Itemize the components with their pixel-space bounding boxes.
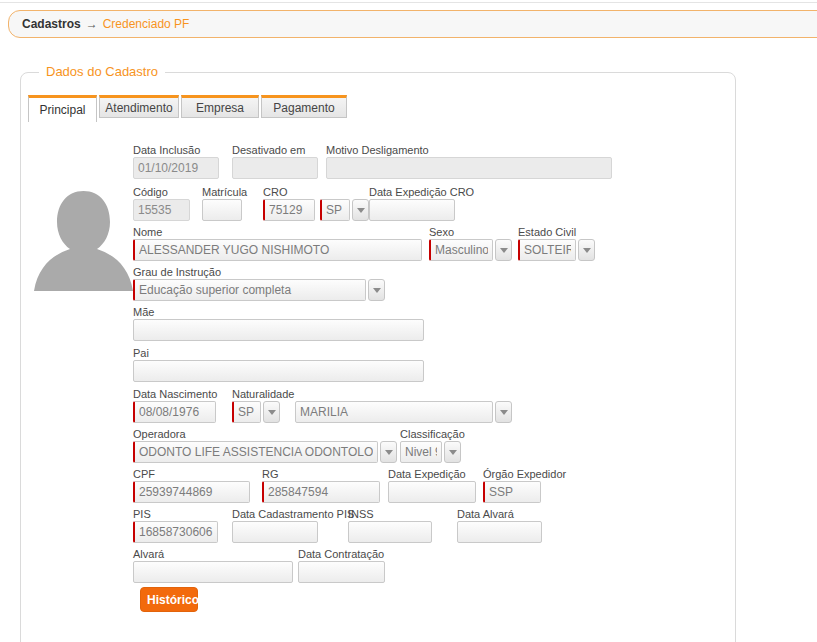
operadora-input[interactable] xyxy=(133,441,378,463)
nome-label: Nome xyxy=(133,226,422,239)
naturalidade-uf-dropdown-button[interactable] xyxy=(263,401,280,423)
panel-legend: Dados do Cadastro xyxy=(39,64,165,79)
motivo-desligamento-label: Motivo Desligamento xyxy=(326,144,612,157)
estado-civil-dropdown-button[interactable] xyxy=(578,239,595,261)
pai-label: Pai xyxy=(133,347,424,360)
data-expedicao-input[interactable] xyxy=(388,481,476,503)
naturalidade-uf-input[interactable] xyxy=(232,401,261,423)
data-expedicao-cro-input[interactable] xyxy=(369,199,455,221)
field-data-nascimento: Data Nascimento xyxy=(133,388,216,423)
field-naturalidade-cidade xyxy=(295,401,512,423)
pis-label: PIS xyxy=(133,508,218,521)
classificacao-label: Classificação xyxy=(400,428,465,441)
field-inss: INSS xyxy=(348,508,432,543)
pis-input[interactable] xyxy=(133,521,218,543)
sexo-input[interactable] xyxy=(429,239,493,261)
cro-input[interactable] xyxy=(263,199,315,221)
inss-input[interactable] xyxy=(348,521,432,543)
data-cadastramento-pis-input[interactable] xyxy=(232,521,318,543)
orgao-expedidor-input[interactable] xyxy=(483,481,541,503)
field-cro-uf xyxy=(320,199,369,221)
field-data-cadastramento-pis: Data Cadastramento PIS xyxy=(232,508,318,543)
field-mae: Mãe xyxy=(133,306,424,341)
nome-input[interactable] xyxy=(133,239,422,261)
field-rg: RG xyxy=(262,468,380,503)
cro-label: CRO xyxy=(263,186,315,199)
cro-uf-dropdown-button[interactable] xyxy=(352,199,369,221)
field-codigo: Código xyxy=(133,186,190,221)
field-desativado-em: Desativado em xyxy=(232,144,318,179)
codigo-input xyxy=(133,199,190,221)
field-pis: PIS xyxy=(133,508,218,543)
chevron-down-icon xyxy=(500,410,508,415)
field-data-inclusao: Data Inclusão xyxy=(133,144,219,179)
field-alvara: Alvará xyxy=(133,548,293,583)
rg-label: RG xyxy=(262,468,380,481)
field-classificacao: Classificação xyxy=(400,428,465,463)
data-contratacao-input[interactable] xyxy=(298,561,385,583)
matricula-input[interactable] xyxy=(202,199,242,221)
orgao-expedidor-label: Órgão Expedidor xyxy=(483,468,541,481)
top-divider xyxy=(0,2,817,3)
mae-input[interactable] xyxy=(133,319,424,341)
breadcrumb-section[interactable]: Cadastros xyxy=(22,17,81,31)
matricula-label: Matrícula xyxy=(202,186,242,199)
field-grau-instrucao: Grau de Instrução xyxy=(133,266,385,301)
data-alvara-input[interactable] xyxy=(457,521,542,543)
field-nome: Nome xyxy=(133,226,422,261)
naturalidade-label: Naturalidade xyxy=(232,388,294,401)
tab-empresa[interactable]: Empresa xyxy=(181,95,259,118)
mae-label: Mãe xyxy=(133,306,424,319)
data-contratacao-label: Data Contratação xyxy=(298,548,385,561)
naturalidade-cidade-dropdown-button[interactable] xyxy=(495,401,512,423)
field-data-contratacao: Data Contratação xyxy=(298,548,385,583)
alvara-input[interactable] xyxy=(133,561,293,583)
breadcrumb-current[interactable]: Credenciado PF xyxy=(103,17,190,31)
estado-civil-label: Estado Civil xyxy=(518,226,595,239)
chevron-down-icon xyxy=(357,208,365,213)
chevron-down-icon xyxy=(373,288,381,293)
cpf-label: CPF xyxy=(133,468,250,481)
data-nascimento-input[interactable] xyxy=(133,401,216,423)
cpf-input[interactable] xyxy=(133,481,250,503)
codigo-label: Código xyxy=(133,186,190,199)
field-orgao-expedidor: Órgão Expedidor xyxy=(483,468,541,503)
desativado-em-input xyxy=(232,157,318,179)
operadora-dropdown-button[interactable] xyxy=(380,441,397,463)
field-pai: Pai xyxy=(133,347,424,382)
historico-button[interactable]: Histórico xyxy=(140,587,198,612)
field-cpf: CPF xyxy=(133,468,250,503)
tab-bar: Principal Atendimento Empresa Pagamento xyxy=(28,95,347,122)
data-cadastramento-pis-label: Data Cadastramento PIS xyxy=(232,508,318,521)
naturalidade-cidade-input[interactable] xyxy=(295,401,493,423)
field-data-expedicao-cro: Data Expedição CRO xyxy=(369,186,455,221)
sexo-dropdown-button[interactable] xyxy=(495,239,512,261)
motivo-desligamento-input xyxy=(326,157,612,179)
grau-instrucao-dropdown-button[interactable] xyxy=(368,279,385,301)
rg-input[interactable] xyxy=(262,481,380,503)
tab-pagamento[interactable]: Pagamento xyxy=(261,95,347,118)
pai-input[interactable] xyxy=(133,360,424,382)
chevron-down-icon xyxy=(268,410,276,415)
breadcrumb-arrow: → xyxy=(86,17,98,31)
cro-uf-input[interactable] xyxy=(320,199,350,221)
avatar xyxy=(32,185,135,291)
classificacao-input[interactable] xyxy=(400,441,442,463)
classificacao-dropdown-button[interactable] xyxy=(444,441,461,463)
data-inclusao-input xyxy=(133,157,219,179)
tab-principal[interactable]: Principal xyxy=(28,95,97,122)
breadcrumb: Cadastros → Credenciado PF xyxy=(8,10,817,38)
grau-instrucao-input[interactable] xyxy=(133,279,366,301)
inss-label: INSS xyxy=(348,508,432,521)
chevron-down-icon xyxy=(449,450,457,455)
field-sexo: Sexo xyxy=(429,226,512,261)
field-motivo-desligamento: Motivo Desligamento xyxy=(326,144,612,179)
estado-civil-input[interactable] xyxy=(518,239,576,261)
field-naturalidade-uf: Naturalidade xyxy=(232,388,294,423)
field-matricula: Matrícula xyxy=(202,186,242,221)
tab-atendimento[interactable]: Atendimento xyxy=(99,95,179,118)
person-silhouette-icon xyxy=(32,185,135,291)
field-data-alvara: Data Alvará xyxy=(457,508,542,543)
operadora-label: Operadora xyxy=(133,428,397,441)
data-expedicao-label: Data Expedição xyxy=(388,468,476,481)
